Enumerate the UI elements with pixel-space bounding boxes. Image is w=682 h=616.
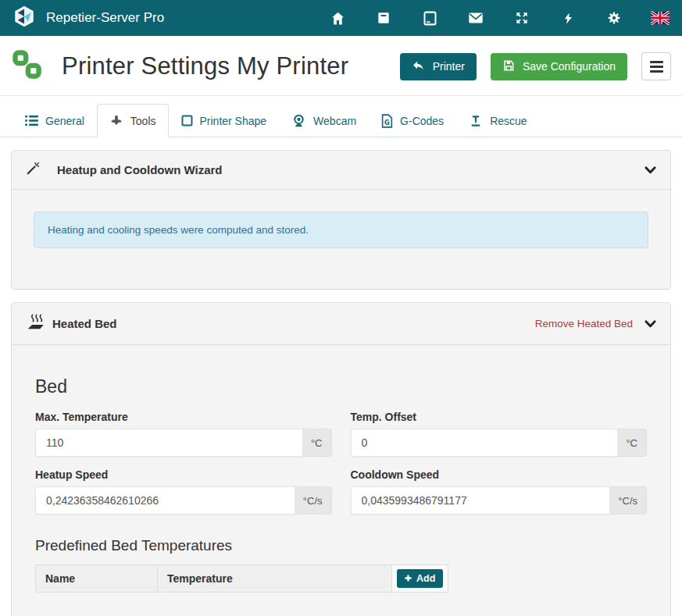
bolt-icon[interactable] — [559, 9, 577, 27]
fullscreen-icon[interactable] — [512, 9, 531, 27]
tab-printer-shape[interactable]: Printer Shape — [169, 104, 280, 137]
heated-bed-panel-body: Bed Max. Temperature °C Temp. Offset °C … — [12, 345, 670, 616]
chevron-down-icon[interactable] — [645, 166, 656, 174]
heated-bed-panel: Heated Bed Remove Heated Bed Bed Max. Te… — [11, 302, 671, 616]
add-temperature-button[interactable]: Add — [397, 569, 443, 588]
heated-bed-panel-title: Heated Bed — [52, 317, 117, 330]
max-temperature-input[interactable] — [35, 429, 302, 457]
max-temperature-field: Max. Temperature °C — [35, 411, 332, 457]
remove-heated-bed-link[interactable]: Remove Heated Bed — [535, 318, 633, 329]
tab-g-codes[interactable]: G G-Codes — [369, 104, 456, 137]
square-outline-icon — [181, 115, 193, 126]
column-header-temperature: Temperature — [158, 565, 392, 593]
unit-addon: °C — [617, 429, 647, 457]
heated-bed-icon — [26, 313, 45, 334]
tab-tools[interactable]: Tools — [97, 104, 169, 137]
gear-icon[interactable] — [605, 9, 623, 27]
heatup-cooldown-wizard-panel: Heatup and Cooldown Wizard Heating and c… — [11, 150, 671, 290]
uk-flag-icon[interactable] — [651, 9, 670, 27]
repetier-logo-icon — [12, 5, 36, 32]
tab-general[interactable]: General — [12, 104, 97, 137]
cooldown-speed-label: Cooldown Speed — [351, 468, 648, 481]
table-header-row: Name Temperature Add — [36, 565, 448, 593]
tab-webcam[interactable]: Webcam — [279, 104, 369, 137]
header-buttons: Printer Save Configuration — [400, 52, 671, 80]
back-arrow-icon — [412, 59, 425, 74]
predefined-temperatures-table: Name Temperature Add — [35, 564, 448, 593]
printer-box-icon[interactable] — [374, 9, 393, 27]
home-icon[interactable] — [328, 9, 347, 27]
list-icon — [25, 115, 38, 126]
wizard-panel-title: Heatup and Cooldown Wizard — [57, 163, 223, 176]
chevron-down-icon[interactable] — [645, 320, 656, 328]
save-configuration-button[interactable]: Save Configuration — [491, 53, 627, 80]
unit-addon: °C/s — [609, 486, 647, 515]
plus-icon — [405, 573, 412, 584]
heated-bed-panel-heading[interactable]: Heated Bed Remove Heated Bed — [12, 303, 670, 345]
navbar-icons — [328, 9, 670, 27]
top-navbar: Repetier-Server Pro — [0, 0, 682, 36]
page-title: Printer Settings My Printer — [62, 52, 348, 80]
unit-addon: °C/s — [295, 486, 332, 515]
cooldown-speed-input[interactable] — [351, 486, 610, 515]
page-header: Printer Settings My Printer Printer Save… — [0, 36, 682, 96]
webcam-icon — [291, 113, 306, 128]
wizard-panel-heading[interactable]: Heatup and Cooldown Wizard — [12, 151, 670, 190]
mail-icon[interactable] — [466, 9, 485, 27]
add-cell: Add — [392, 565, 448, 593]
predefined-temperatures-heading: Predefined Bed Temperatures — [35, 537, 647, 554]
hamburger-icon — [650, 61, 663, 63]
column-header-name: Name — [36, 565, 158, 593]
max-temperature-label: Max. Temperature — [35, 411, 332, 423]
wizard-info-alert: Heating and cooling speeds were computed… — [34, 212, 648, 248]
page-header-left: Printer Settings My Printer — [11, 48, 348, 84]
brand-title: Repetier-Server Pro — [46, 10, 164, 26]
bed-settings-form: Max. Temperature °C Temp. Offset °C Heat… — [35, 411, 647, 515]
cooldown-speed-field: Cooldown Speed °C/s — [351, 468, 648, 515]
brand[interactable]: Repetier-Server Pro — [12, 5, 164, 32]
printer-button[interactable]: Printer — [400, 53, 477, 80]
probe-icon — [469, 114, 483, 128]
touchscreen-icon[interactable] — [420, 9, 439, 27]
unit-addon: °C — [302, 429, 332, 457]
temp-offset-label: Temp. Offset — [351, 411, 648, 423]
chain-link-icon — [11, 48, 44, 84]
temp-offset-field: Temp. Offset °C — [351, 411, 648, 457]
save-floppy-icon — [502, 59, 515, 74]
heatup-speed-label: Heatup Speed — [35, 468, 332, 481]
extruder-icon — [109, 114, 123, 128]
temp-offset-input[interactable] — [351, 429, 618, 457]
menu-button[interactable] — [641, 52, 671, 80]
gcode-file-icon: G — [381, 114, 393, 128]
tab-rescue[interactable]: Rescue — [456, 104, 539, 137]
heatup-speed-field: Heatup Speed °C/s — [35, 468, 332, 515]
svg-text:G: G — [384, 118, 390, 126]
settings-tabs: General Tools Printer Shape Webcam G G-C… — [0, 96, 682, 137]
heatup-speed-input[interactable] — [35, 486, 295, 515]
wizard-panel-body: Heating and cooling speeds were computed… — [12, 190, 670, 289]
bed-section-heading: Bed — [35, 345, 647, 397]
magic-wand-icon — [26, 161, 41, 179]
